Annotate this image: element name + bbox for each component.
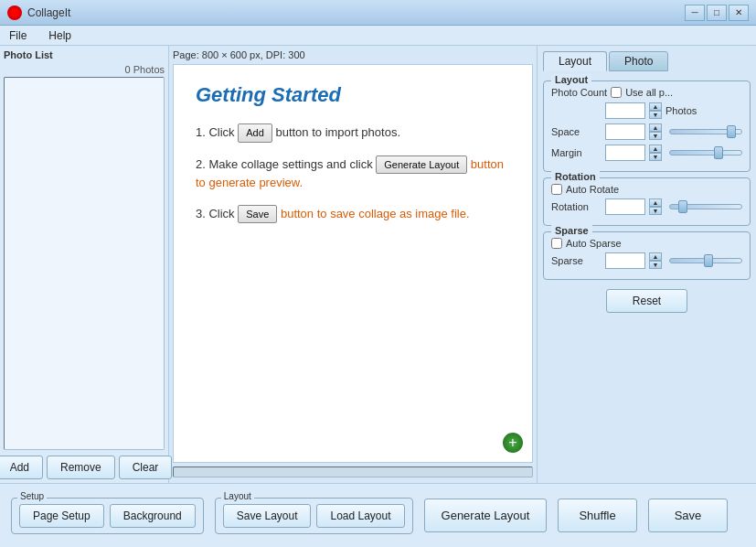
close-button[interactable]: ✕ <box>729 5 749 21</box>
load-layout-button[interactable]: Load Layout <box>316 504 404 528</box>
menu-bar: File Help <box>0 26 756 46</box>
auto-sparse-label: Auto Sparse <box>566 238 622 249</box>
space-row: Space 15 ▲ ▼ <box>551 123 742 140</box>
rotation-input[interactable]: 10 <box>605 198 645 215</box>
zoom-button[interactable]: + <box>501 431 525 455</box>
photos-label: Photos <box>665 105 697 116</box>
layout-group: Layout Save Layout Load Layout <box>215 498 413 534</box>
progress-bar-row <box>173 467 533 479</box>
reset-button[interactable]: Reset <box>606 289 687 313</box>
space-slider[interactable] <box>669 129 742 134</box>
remove-button[interactable]: Remove <box>47 456 115 479</box>
sparse-down[interactable]: ▼ <box>649 261 662 269</box>
sparse-slider[interactable] <box>669 258 742 263</box>
step1-add-btn: Add <box>238 123 272 143</box>
margin-down[interactable]: ▼ <box>649 153 662 161</box>
center-panel: Page: 800 × 600 px, DPI: 300 Getting Sta… <box>169 46 537 483</box>
rotation-up[interactable]: ▲ <box>649 198 662 207</box>
setup-group: Setup Page Setup Background <box>11 498 204 534</box>
menu-help[interactable]: Help <box>43 27 77 44</box>
step1-pre: 1. Click <box>196 125 238 139</box>
photo-list-buttons: Add Remove Clear <box>4 456 165 479</box>
getting-started-title: Getting Started <box>196 83 510 107</box>
title-bar: CollageIt ─ □ ✕ <box>0 0 756 26</box>
step2-pre: 2. Make collage settings and click <box>196 157 376 171</box>
tab-layout[interactable]: Layout <box>543 51 607 71</box>
rotation-spinners: ▲ ▼ <box>649 198 662 215</box>
rotation-down[interactable]: ▼ <box>649 207 662 215</box>
sparse-input[interactable]: 50 <box>605 252 645 269</box>
progress-bar <box>173 467 533 477</box>
step1-post: button to import photos. <box>272 125 400 139</box>
sparse-section-label: Sparse <box>551 225 592 236</box>
auto-sparse-row: Auto Sparse <box>551 238 742 249</box>
step-2: 2. Make collage settings and click Gener… <box>196 156 510 192</box>
minimize-button[interactable]: ─ <box>685 5 705 21</box>
space-spinners: ▲ ▼ <box>649 123 662 140</box>
menu-file[interactable]: File <box>4 27 32 44</box>
margin-label: Margin <box>551 147 602 158</box>
page-setup-button[interactable]: Page Setup <box>19 504 104 528</box>
canvas-area: Getting Started 1. Click Add button to i… <box>173 64 533 463</box>
plus-icon: + <box>508 434 516 451</box>
shuffle-button[interactable]: Shuffle <box>558 499 636 532</box>
sparse-section: Sparse Auto Sparse Sparse 50 ▲ ▼ <box>543 231 751 280</box>
space-label: Space <box>551 126 602 137</box>
setup-group-label: Setup <box>17 491 47 501</box>
bottom-toolbar: Setup Page Setup Background Layout Save … <box>0 483 756 547</box>
rotation-row: Rotation 10 ▲ ▼ <box>551 198 742 215</box>
sparse-label: Sparse <box>551 255 602 266</box>
background-button[interactable]: Background <box>110 504 196 528</box>
photo-count-input[interactable]: 20 <box>605 102 645 119</box>
sparse-up[interactable]: ▲ <box>649 252 662 261</box>
rotation-slider[interactable] <box>669 204 742 209</box>
photo-count-down[interactable]: ▼ <box>649 111 662 119</box>
margin-input[interactable]: 15 <box>605 145 645 161</box>
space-down[interactable]: ▼ <box>649 132 662 140</box>
add-button[interactable]: Add <box>0 456 43 479</box>
layout-section-label: Layout <box>551 74 591 85</box>
auto-sparse-checkbox[interactable] <box>551 238 562 249</box>
maximize-button[interactable]: □ <box>707 5 727 21</box>
layout-group-label: Layout <box>221 491 254 501</box>
title-bar-left: CollageIt <box>7 5 70 20</box>
page-info: Page: 800 × 600 px, DPI: 300 <box>173 49 533 60</box>
app-icon <box>7 5 22 20</box>
window-controls: ─ □ ✕ <box>685 5 749 21</box>
save-layout-button[interactable]: Save Layout <box>223 504 312 528</box>
photo-count-spinners: ▲ ▼ <box>649 102 662 119</box>
margin-row: Margin 15 ▲ ▼ <box>551 145 742 161</box>
photo-count-up[interactable]: ▲ <box>649 102 662 111</box>
space-input[interactable]: 15 <box>605 123 645 140</box>
window-title: CollageIt <box>27 6 70 19</box>
step3-save-btn: Save <box>238 205 277 224</box>
tab-photo[interactable]: Photo <box>609 51 668 71</box>
getting-started-content: Getting Started 1. Click Add button to i… <box>174 65 532 254</box>
photo-count-row: Photo Count Use all p... <box>551 87 742 98</box>
rotation-section-label: Rotation <box>551 171 600 182</box>
step3-post: button to save collage as image file. <box>277 207 469 220</box>
layout-section: Layout Photo Count Use all p... 20 ▲ ▼ P… <box>543 80 751 172</box>
save-button[interactable]: Save <box>648 499 729 532</box>
tabs-row: Layout Photo <box>543 51 751 71</box>
generate-layout-button[interactable]: Generate Layout <box>424 499 548 532</box>
margin-slider[interactable] <box>669 150 742 156</box>
margin-spinners: ▲ ▼ <box>649 145 662 161</box>
margin-up[interactable]: ▲ <box>649 145 662 153</box>
sparse-row: Sparse 50 ▲ ▼ <box>551 252 742 269</box>
photo-list-title: Photo List <box>4 49 165 60</box>
auto-rotate-row: Auto Rotate <box>551 184 742 195</box>
rotation-label: Rotation <box>551 201 602 212</box>
step-1: 1. Click Add button to import photos. <box>196 123 510 143</box>
auto-rotate-checkbox[interactable] <box>551 184 562 195</box>
use-all-checkbox[interactable] <box>611 87 622 98</box>
step3-pre: 3. Click <box>196 207 238 220</box>
step-3: 3. Click Save button to save collage as … <box>196 205 510 224</box>
space-up[interactable]: ▲ <box>649 123 662 132</box>
auto-rotate-label: Auto Rotate <box>566 184 619 195</box>
clear-button[interactable]: Clear <box>119 456 173 479</box>
photo-count-label: 0 Photos <box>4 64 165 75</box>
photo-count-value-row: 20 ▲ ▼ Photos <box>551 102 742 119</box>
step2-generate-btn: Generate Layout <box>376 156 467 175</box>
sparse-spinners: ▲ ▼ <box>649 252 662 269</box>
